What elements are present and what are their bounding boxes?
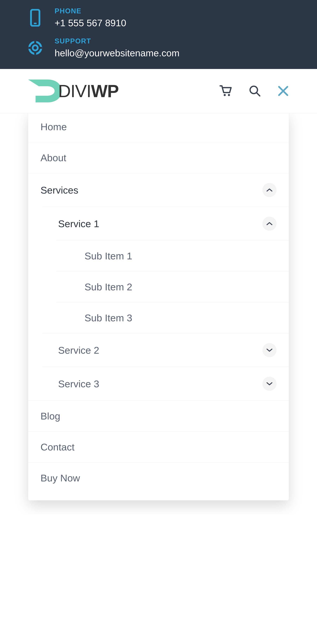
collapse-toggle[interactable] bbox=[262, 183, 276, 197]
menu-item-services[interactable]: Services Service 1 bbox=[28, 173, 289, 401]
menu-item-service-3[interactable]: Service 3 bbox=[42, 367, 289, 400]
header-actions bbox=[219, 85, 289, 97]
expand-toggle[interactable] bbox=[262, 377, 276, 391]
contact-phone-text: PHONE +1 555 567 8910 bbox=[55, 7, 126, 28]
menu-label: Sub Item 2 bbox=[85, 281, 132, 292]
submenu-services: Service 1 Sub Item 1 Sub Item 2 bbox=[28, 207, 289, 400]
menu-label: Contact bbox=[41, 441, 75, 453]
header: DIVIWP bbox=[0, 69, 317, 113]
menu-label: About bbox=[41, 152, 66, 164]
svg-rect-6 bbox=[29, 47, 32, 49]
menu-label: Home bbox=[41, 121, 67, 132]
svg-point-9 bbox=[228, 94, 230, 96]
svg-rect-1 bbox=[34, 23, 37, 24]
contact-phone: PHONE +1 555 567 8910 bbox=[28, 7, 289, 28]
support-label: SUPPORT bbox=[55, 37, 179, 45]
menu-item-home[interactable]: Home bbox=[28, 112, 289, 142]
menu-item-sub-3[interactable]: Sub Item 3 bbox=[56, 302, 289, 333]
logo-mark-icon bbox=[28, 80, 62, 102]
chevron-down-icon bbox=[266, 348, 273, 352]
support-value[interactable]: hello@yourwebsitename.com bbox=[55, 48, 179, 58]
menu-label: Service 2 bbox=[58, 344, 99, 356]
menu-label: Sub Item 1 bbox=[85, 250, 132, 262]
menu-label: Sub Item 3 bbox=[85, 312, 132, 324]
menu-item-contact[interactable]: Contact bbox=[28, 432, 289, 462]
menu-label: Service 3 bbox=[58, 378, 99, 390]
menu-item-about[interactable]: About bbox=[28, 142, 289, 173]
svg-rect-7 bbox=[39, 47, 42, 49]
logo[interactable]: DIVIWP bbox=[28, 80, 119, 102]
menu-item-buy-now[interactable]: Buy Now bbox=[28, 462, 289, 494]
menu-label: Services bbox=[41, 184, 78, 196]
search-icon[interactable] bbox=[249, 85, 261, 97]
phone-icon bbox=[28, 11, 42, 25]
phone-value[interactable]: +1 555 567 8910 bbox=[55, 18, 126, 28]
menu-label: Blog bbox=[41, 410, 60, 422]
close-icon[interactable] bbox=[277, 85, 289, 96]
top-bar: PHONE +1 555 567 8910 SUPPORT hello@your… bbox=[0, 0, 317, 69]
menu-item-sub-2[interactable]: Sub Item 2 bbox=[56, 271, 289, 302]
svg-point-8 bbox=[224, 94, 226, 96]
logo-text: DIVIWP bbox=[58, 81, 119, 101]
phone-label: PHONE bbox=[55, 7, 126, 15]
chevron-up-icon bbox=[266, 222, 273, 226]
collapse-toggle[interactable] bbox=[262, 216, 276, 231]
chevron-down-icon bbox=[266, 382, 273, 386]
support-icon bbox=[28, 41, 42, 55]
menu-item-blog[interactable]: Blog bbox=[28, 401, 289, 432]
menu-item-service-1[interactable]: Service 1 Sub Item 1 Sub Item 2 bbox=[42, 207, 289, 333]
chevron-up-icon bbox=[266, 188, 273, 192]
menu-item-sub-1[interactable]: Sub Item 1 bbox=[56, 240, 289, 271]
cart-icon[interactable] bbox=[219, 85, 232, 97]
submenu-service-1: Sub Item 1 Sub Item 2 Sub Item 3 bbox=[42, 240, 289, 333]
expand-toggle[interactable] bbox=[262, 343, 276, 357]
svg-rect-5 bbox=[34, 51, 36, 54]
svg-rect-4 bbox=[34, 41, 36, 44]
contact-support: SUPPORT hello@yourwebsitename.com bbox=[28, 37, 289, 58]
menu-label: Service 1 bbox=[58, 218, 99, 230]
svg-line-11 bbox=[257, 93, 260, 96]
mobile-menu: Home About Services Service 1 bbox=[28, 112, 289, 500]
svg-point-3 bbox=[33, 45, 38, 50]
menu-label: Buy Now bbox=[41, 472, 80, 484]
contact-support-text: SUPPORT hello@yourwebsitename.com bbox=[55, 37, 179, 58]
menu-item-service-2[interactable]: Service 2 bbox=[42, 333, 289, 367]
